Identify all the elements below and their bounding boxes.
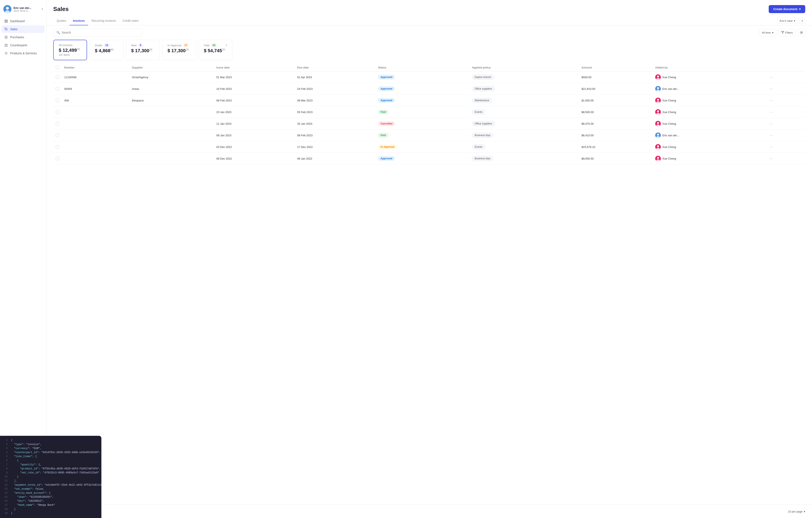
- table-settings-button[interactable]: [798, 29, 805, 36]
- sidebar-item-sales[interactable]: Sales: [2, 25, 45, 33]
- sidebar-item-dashboard[interactable]: Dashboard: [2, 17, 45, 25]
- code-line: 6 {: [3, 459, 98, 463]
- cell-due-date: 08 Jan 2022: [295, 153, 376, 164]
- tab-credit[interactable]: Credit notes: [119, 17, 142, 25]
- cell-added-by: Xue Cheng: [653, 141, 766, 153]
- view-selector[interactable]: Eric's view ▾: [777, 18, 798, 24]
- user-name: Xue Cheng: [662, 76, 676, 79]
- select-all-checkbox[interactable]: [56, 66, 59, 69]
- user-name: Xue Cheng: [662, 122, 676, 125]
- line-content: {: [11, 459, 19, 463]
- sidebar-item-label: Dashboard: [10, 20, 42, 23]
- user-info: Eric van der... Silver Wind G...: [13, 6, 39, 12]
- avatar: [655, 133, 661, 138]
- summary-card-in-approval[interactable]: In Approval 17 $ 17,30026: [162, 40, 196, 60]
- row-checkbox[interactable]: [56, 76, 59, 79]
- code-line: 14 "entity_bank_account": {: [3, 491, 98, 495]
- line-number: 3: [3, 446, 8, 451]
- cell-status: Approved: [375, 72, 469, 83]
- table-row: 458 Elespacio 08 Feb 2023 08 Mar 2023 Ap…: [53, 95, 805, 106]
- sidebar-item-counterparts[interactable]: Counterparts: [2, 42, 45, 49]
- policy-badge: Maintanance: [472, 98, 492, 103]
- row-checkbox[interactable]: [56, 157, 59, 160]
- tab-quotes[interactable]: Quotes: [53, 17, 69, 25]
- summary-label: All invoices: [59, 44, 82, 47]
- cell-due-date: 17 Dec 2022: [295, 141, 376, 153]
- row-more-button[interactable]: ···: [769, 75, 774, 79]
- row-checkbox[interactable]: [56, 122, 59, 125]
- line-content: "bank_name": "Omega Bank": [11, 503, 55, 507]
- user-name: Xue Cheng: [662, 99, 676, 102]
- summary-card-new[interactable]: New 6 $ 17,30026: [126, 40, 160, 60]
- avatar: [655, 98, 661, 103]
- line-number: 10: [3, 475, 8, 479]
- summary-card-all[interactable]: All invoices $ 12,49900 147 items: [53, 40, 87, 60]
- filters-button[interactable]: Filters: [778, 29, 795, 36]
- line-content: "counterpart_id": "0414f84c-b039-4203-b0…: [11, 451, 101, 455]
- page-title: Sales: [53, 6, 69, 12]
- summary-label: Drafts 12: [95, 43, 118, 47]
- search-input[interactable]: [62, 31, 139, 34]
- summary-amount: $ 54,74535: [204, 48, 227, 53]
- cell-actions: ···: [766, 130, 805, 141]
- svg-point-11: [801, 32, 802, 33]
- per-page-selector[interactable]: 10 per page ▾: [788, 510, 805, 513]
- cell-added-by: Eric van der...: [653, 130, 766, 141]
- row-more-button[interactable]: ···: [769, 133, 774, 137]
- avatar: [655, 121, 661, 127]
- add-view-button[interactable]: +: [799, 18, 805, 24]
- code-line: 5 "line_items": [: [3, 455, 98, 459]
- time-filter[interactable]: All time ▾: [759, 29, 776, 36]
- row-more-button[interactable]: ···: [769, 110, 774, 114]
- cell-due-date: 08 Feb 2023: [295, 130, 376, 141]
- row-checkbox[interactable]: [56, 87, 59, 90]
- create-document-button[interactable]: Create document ▾: [769, 5, 805, 13]
- row-more-button[interactable]: ···: [769, 98, 774, 103]
- summary-card-drafts[interactable]: Drafts 12 $ 4,86889: [90, 40, 123, 60]
- cell-amount: $6,075.00: [579, 118, 653, 130]
- row-checkbox[interactable]: [56, 134, 59, 137]
- summary-items: 147 items: [59, 53, 82, 56]
- col-due-date: Due date: [295, 64, 376, 72]
- avatar: [655, 144, 661, 149]
- svg-rect-5: [5, 21, 6, 23]
- line-content: "payment_terms_id": "e2cbbbf5f-15e6-4b22…: [11, 483, 102, 487]
- line-content: "quantity": 1,: [11, 463, 41, 467]
- status-badge: In Approval: [378, 144, 397, 149]
- cell-supplier: [129, 141, 214, 153]
- summary-card-paid[interactable]: Paid 43 ▾ $ 54,74535: [199, 40, 232, 60]
- avatar: [655, 109, 661, 115]
- chevron-down-icon: ▾: [41, 8, 43, 10]
- summary-amount: $ 12,49900: [59, 48, 82, 53]
- cell-issue-date: 03 Dec 2022: [214, 141, 295, 153]
- row-more-button[interactable]: ···: [769, 87, 774, 91]
- cell-supplier: [129, 130, 214, 141]
- sidebar-item-products[interactable]: Products & Services: [2, 50, 45, 57]
- row-checkbox[interactable]: [56, 110, 59, 114]
- row-more-button[interactable]: ···: [769, 121, 774, 126]
- col-number: Number: [62, 64, 129, 72]
- cell-number: [62, 106, 129, 118]
- status-badge: Approved: [378, 156, 395, 161]
- toolbar: 🔍 All time ▾ Filters: [47, 25, 812, 40]
- cell-status: Approved: [375, 153, 469, 164]
- row-more-button[interactable]: ···: [769, 156, 774, 161]
- sidebar-item-purchases[interactable]: Purchases: [2, 33, 45, 41]
- filter-icon: [781, 31, 784, 34]
- user-org: Silver Wind G...: [13, 9, 39, 12]
- cell-actions: ···: [766, 118, 805, 130]
- toolbar-right: All time ▾ Filters: [759, 29, 805, 36]
- line-content: "entity_bank_account": {: [11, 491, 51, 495]
- cell-added-by: Eric van der...: [653, 83, 766, 95]
- tabs-right: Eric's view ▾ +: [777, 18, 805, 24]
- search-box[interactable]: 🔍: [53, 29, 142, 36]
- cell-number: [62, 141, 129, 153]
- row-checkbox[interactable]: [56, 145, 59, 148]
- user-menu[interactable]: Eric van der... Silver Wind G... ▾: [0, 3, 46, 17]
- tab-recurring[interactable]: Recurring invoices: [88, 17, 119, 25]
- tag-icon: [4, 27, 8, 31]
- row-more-button[interactable]: ···: [769, 145, 774, 149]
- cell-status: Cancelled: [375, 118, 469, 130]
- row-checkbox[interactable]: [56, 99, 59, 102]
- tab-invoices[interactable]: Invoices: [69, 17, 88, 25]
